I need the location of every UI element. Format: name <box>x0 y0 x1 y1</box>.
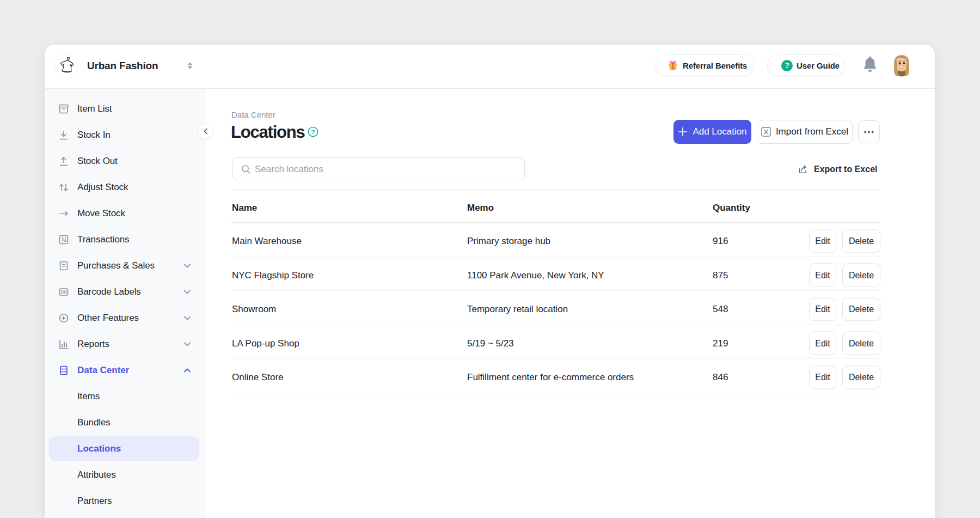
svg-text:?: ? <box>311 129 315 135</box>
